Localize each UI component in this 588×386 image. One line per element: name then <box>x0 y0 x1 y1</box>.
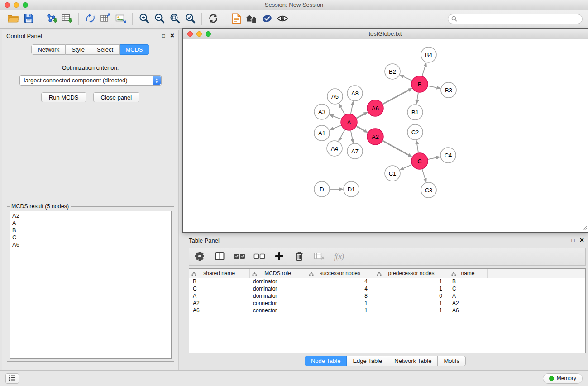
close-panel-button[interactable]: Close panel <box>93 92 140 102</box>
edge-B-B2[interactable] <box>403 76 411 81</box>
edge-A-A5[interactable] <box>341 107 345 115</box>
edge-B-B1[interactable] <box>417 93 418 100</box>
close-window-button[interactable] <box>5 2 10 8</box>
node-C1[interactable]: C1 <box>385 166 400 181</box>
apply-layout-button[interactable] <box>206 12 221 26</box>
export-table-button[interactable] <box>98 12 113 26</box>
node-A2[interactable]: A2 <box>367 129 383 145</box>
zoom-network-window-button[interactable] <box>206 31 211 37</box>
node-D1[interactable]: D1 <box>344 181 359 197</box>
delete-column-button[interactable] <box>293 249 305 264</box>
table-row[interactable]: Cdominator41C <box>189 285 585 292</box>
zoom-out-button[interactable] <box>152 12 167 26</box>
edge-C-C2[interactable] <box>417 144 418 153</box>
column-header-MCDS-role[interactable]: MCDS role <box>249 269 306 278</box>
column-header-name[interactable]: name <box>449 269 487 278</box>
criterion-dropdown[interactable]: largest connected component (directed) ▲… <box>19 75 162 86</box>
report-button[interactable] <box>229 12 244 26</box>
node-A1[interactable]: A1 <box>314 125 330 141</box>
table-row[interactable]: A6connector11A6 <box>189 307 585 314</box>
zoom-in-button[interactable] <box>136 12 152 26</box>
export-image-button[interactable] <box>113 12 129 26</box>
node-A4[interactable]: A4 <box>327 141 342 156</box>
table-row[interactable]: Bdominator41B <box>189 278 585 285</box>
edge-A-A7[interactable] <box>351 131 353 139</box>
search-input[interactable] <box>448 14 583 24</box>
mcds-result-item[interactable]: A2 <box>12 212 169 219</box>
edge-C-C3[interactable] <box>422 169 425 178</box>
home-button[interactable] <box>244 12 259 26</box>
delete-table-button[interactable] <box>313 249 325 264</box>
node-C2[interactable]: C2 <box>407 124 423 140</box>
edge-A-A1[interactable] <box>333 125 341 129</box>
node-B2[interactable]: B2 <box>385 64 400 79</box>
table-row[interactable]: A2connector11A2 <box>189 300 585 307</box>
export-network-button[interactable] <box>82 12 98 26</box>
node-C4[interactable]: C4 <box>440 148 456 163</box>
minimize-network-window-button[interactable] <box>196 31 202 37</box>
node-B3[interactable]: B3 <box>441 82 456 98</box>
edge-C-C1[interactable] <box>404 165 412 168</box>
edge-B-B4[interactable] <box>422 67 425 76</box>
import-table-button[interactable] <box>59 12 75 26</box>
edge-A6-B[interactable] <box>383 90 409 104</box>
mcds-result-item[interactable]: B <box>12 227 169 234</box>
mcds-result-item[interactable]: A <box>12 219 169 227</box>
select-all-button[interactable] <box>234 249 245 264</box>
zoom-selected-button[interactable] <box>182 12 198 26</box>
mcds-result-item[interactable]: A6 <box>12 241 169 248</box>
close-panel-icon[interactable]: × <box>170 32 174 39</box>
table-row[interactable]: Adominator80A <box>189 292 585 300</box>
network-window-titlebar[interactable]: testGlobe.txt <box>183 29 588 39</box>
node-A8[interactable]: A8 <box>347 86 363 101</box>
mcds-result-list[interactable]: A2ABCA6 <box>10 211 172 359</box>
open-session-button[interactable] <box>5 12 21 26</box>
badge-check-button[interactable] <box>259 12 275 26</box>
import-network-button[interactable] <box>44 12 59 26</box>
edge-A-A3[interactable] <box>333 116 341 119</box>
node-A5[interactable]: A5 <box>327 89 343 104</box>
tab-network[interactable]: Network <box>31 44 66 55</box>
zoom-fit-button[interactable] <box>167 12 182 26</box>
node-C[interactable]: C <box>411 153 428 169</box>
mcds-result-item[interactable]: C <box>12 234 169 241</box>
task-history-button[interactable] <box>5 373 19 384</box>
edge-A-A6[interactable] <box>357 114 364 118</box>
run-mcds-button[interactable]: Run MCDS <box>41 92 86 102</box>
tab-node-table[interactable]: Node Table <box>305 356 347 366</box>
save-session-button[interactable] <box>21 12 36 26</box>
visibility-button[interactable] <box>275 12 290 26</box>
node-A7[interactable]: A7 <box>347 143 363 159</box>
tab-motifs[interactable]: Motifs <box>438 356 466 366</box>
table-mode-button[interactable] <box>194 249 206 264</box>
tab-style[interactable]: Style <box>66 44 91 55</box>
float-panel-icon[interactable]: □ <box>162 33 165 38</box>
node-B1[interactable]: B1 <box>407 105 423 120</box>
tab-edge-table[interactable]: Edge Table <box>347 356 388 366</box>
zoom-window-button[interactable] <box>23 2 28 8</box>
node-B4[interactable]: B4 <box>421 47 436 62</box>
close-network-window-button[interactable] <box>187 31 193 37</box>
tab-mcds[interactable]: MCDS <box>120 44 149 55</box>
node-A6[interactable]: A6 <box>367 100 383 116</box>
tab-network-table[interactable]: Network Table <box>388 356 438 366</box>
node-table-container[interactable]: shared nameMCDS rolesuccessor nodesprede… <box>189 268 586 353</box>
tab-select[interactable]: Select <box>91 44 120 55</box>
column-header-shared-name[interactable]: shared name <box>189 269 249 278</box>
float-table-panel-icon[interactable]: □ <box>571 238 574 243</box>
edge-C-C4[interactable] <box>428 157 436 159</box>
show-columns-button[interactable] <box>214 249 225 264</box>
function-builder-button[interactable]: f(x) <box>333 249 345 264</box>
edge-B-B3[interactable] <box>428 86 437 88</box>
minimize-window-button[interactable] <box>14 2 19 8</box>
edge-A-A8[interactable] <box>351 105 353 114</box>
edge-A-A2[interactable] <box>357 126 364 130</box>
node-A3[interactable]: A3 <box>314 104 330 119</box>
add-column-button[interactable] <box>273 249 285 264</box>
node-A[interactable]: A <box>341 114 357 130</box>
deselect-all-button[interactable] <box>253 249 265 264</box>
resize-grip-icon[interactable] <box>582 225 587 232</box>
column-header-predecessor-nodes[interactable]: predecessor nodes <box>374 269 449 278</box>
close-table-panel-icon[interactable]: × <box>580 237 584 244</box>
memory-button[interactable]: Memory <box>543 373 583 384</box>
